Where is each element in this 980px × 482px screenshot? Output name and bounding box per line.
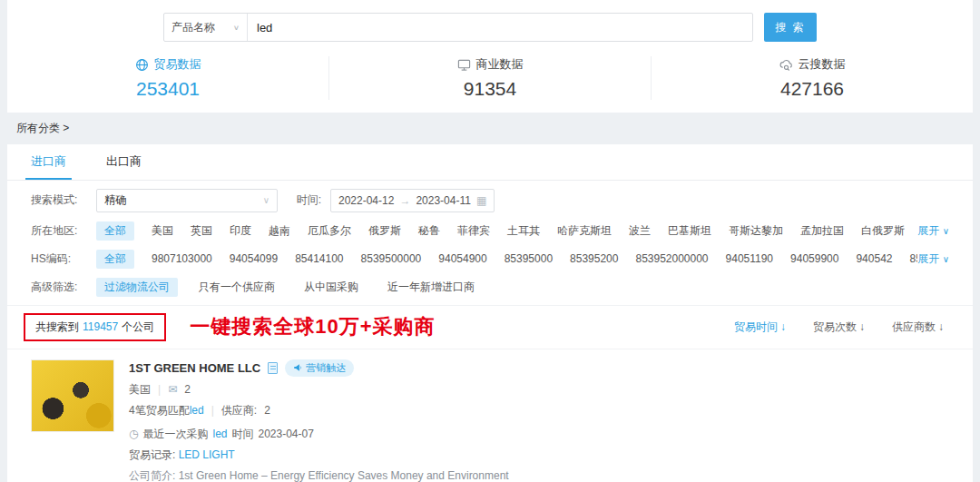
hscode-item[interactable]: 85414100 — [295, 252, 343, 265]
trade-match-count: 4笔贸易匹配 — [129, 404, 190, 417]
date-end: 2023-04-11 — [416, 194, 471, 207]
breadcrumb[interactable]: 所有分类 > — [0, 113, 980, 144]
arrow-down-icon: ↓ — [938, 320, 944, 333]
hscode-item[interactable]: 94054900 — [438, 252, 486, 265]
region-item[interactable]: 哥斯达黎加 — [729, 223, 783, 239]
globe-icon — [135, 58, 149, 72]
main-panel: 进口商 出口商 搜索模式: 精确 ∨ 时间: 2022-04-12 → 2023… — [7, 144, 973, 482]
hscode-item[interactable]: 8539500000 — [361, 252, 422, 265]
count-prefix: 共搜索到 — [35, 320, 79, 335]
company-name-link[interactable]: 1ST GREEN HOME LLC — [129, 361, 260, 375]
date-start: 2022-04-12 — [338, 194, 394, 207]
advanced-filter-item[interactable]: 从中国采购 — [296, 278, 367, 297]
promo-annotation: 一键搜索全球10万+采购商 — [190, 313, 435, 340]
arrow-down-icon: ↓ — [859, 320, 865, 333]
company-thumbnail[interactable] — [31, 359, 114, 432]
hscode-item[interactable]: 853952000000 — [635, 252, 708, 265]
company-country: 美国 — [129, 382, 151, 398]
region-item[interactable]: 巴基斯坦 — [668, 223, 711, 239]
cloud-search-icon — [779, 58, 793, 72]
filter-row-advanced: 高级筛选: 过滤物流公司只有一个供应商从中国采购近一年新增进口商 — [7, 273, 973, 305]
advanced-filter-item[interactable]: 只有一个供应商 — [191, 278, 283, 297]
hscode-item[interactable]: 85395200 — [570, 252, 618, 265]
region-item[interactable]: 美国 — [152, 223, 173, 239]
search-button[interactable]: 搜 索 — [764, 13, 817, 42]
date-range-picker[interactable]: 2022-04-12 → 2023-04-11 ▦ — [330, 189, 495, 212]
suppliers-label: 供应商: — [221, 403, 257, 418]
hscode-item[interactable]: 85399090 — [909, 252, 917, 265]
region-item[interactable]: 菲律宾 — [457, 223, 490, 239]
region-item[interactable]: 秘鲁 — [418, 223, 440, 239]
advanced-filter-item[interactable]: 过滤物流公司 — [96, 278, 178, 297]
stat-cloud-search-data[interactable]: 云搜数据 427166 — [651, 56, 973, 100]
email-icon: ✉ — [168, 383, 177, 396]
hscode-item[interactable]: 94059900 — [790, 252, 838, 265]
tab-exporters[interactable]: 出口商 — [106, 144, 142, 180]
last-purchase-keyword: led — [212, 428, 227, 440]
count-suffix: 个公司 — [122, 320, 154, 335]
stat-value: 427166 — [652, 78, 973, 100]
region-item[interactable]: 英国 — [191, 223, 212, 239]
hscode-item[interactable]: 940542 — [856, 252, 892, 265]
copy-icon[interactable] — [268, 362, 278, 374]
region-item[interactable]: 波兰 — [629, 223, 651, 239]
tab-importers[interactable]: 进口商 — [31, 144, 66, 180]
advanced-filter-item[interactable]: 近一年新增进口商 — [379, 278, 483, 297]
chevron-down-icon: ∨ — [263, 195, 270, 205]
tab-bar: 进口商 出口商 — [7, 144, 973, 181]
hscode-item[interactable]: 9807103000 — [152, 252, 212, 265]
hscode-item[interactable]: 94054099 — [230, 252, 278, 265]
stat-label: 贸易数据 — [154, 56, 201, 73]
filter-row-mode: 搜索模式: 精确 ∨ 时间: 2022-04-12 → 2023-04-11 ▦ — [7, 181, 973, 217]
region-list: 美国英国印度越南厄瓜多尔俄罗斯秘鲁菲律宾土耳其哈萨克斯坦波兰巴基斯坦哥斯达黎加孟… — [152, 223, 917, 239]
sort-option[interactable]: 供应商数↓ — [892, 320, 944, 335]
filter-row-hscode: HS编码: 全部 9807103000940540998541410085395… — [7, 245, 973, 273]
search-input[interactable] — [248, 21, 752, 34]
calendar-icon: ▦ — [476, 194, 486, 207]
results-count-box: 共搜索到 119457 个公司 — [24, 313, 166, 341]
advanced-label: 高级筛选: — [31, 280, 96, 295]
region-all-pill[interactable]: 全部 — [96, 221, 134, 241]
filter-row-region: 所在地区: 全部 美国英国印度越南厄瓜多尔俄罗斯秘鲁菲律宾土耳其哈萨克斯坦波兰巴… — [7, 217, 973, 245]
region-item[interactable]: 俄罗斯 — [368, 223, 401, 239]
region-expand-link[interactable]: 展开 ∨ — [917, 223, 949, 239]
sort-option[interactable]: 贸易次数↓ — [813, 320, 865, 335]
region-label: 所在地区: — [31, 223, 96, 239]
region-item[interactable]: 厄瓜多尔 — [308, 223, 351, 239]
region-item[interactable]: 印度 — [230, 223, 251, 239]
stat-label: 云搜数据 — [799, 56, 846, 73]
results-count: 119457 — [83, 320, 118, 333]
top-section: 产品名称 ∨ 搜 索 贸易数据 253401 商业数据 91354 云搜数据 — [7, 0, 973, 113]
stat-trade-data[interactable]: 贸易数据 253401 — [7, 56, 328, 100]
search-category-value: 产品名称 — [172, 20, 215, 35]
search-mode-select[interactable]: 精确 ∨ — [96, 189, 278, 212]
results-list: 1ST GREEN HOME LLC 营销触达 美国 | ✉ 2 4笔贸易匹配l… — [7, 349, 973, 482]
sort-option[interactable]: 贸易时间↓ — [734, 320, 786, 335]
trade-record-value[interactable]: LED LIGHT — [179, 448, 235, 461]
search-mode-label: 搜索模式: — [31, 192, 96, 208]
region-item[interactable]: 哈萨克斯坦 — [557, 223, 612, 239]
search-bar: 产品名称 ∨ 搜 索 — [7, 0, 973, 51]
search-mode-value: 精确 — [104, 192, 126, 208]
data-stats: 贸易数据 253401 商业数据 91354 云搜数据 427166 — [7, 51, 973, 113]
region-item[interactable]: 白俄罗斯 — [861, 223, 905, 239]
stat-business-data[interactable]: 商业数据 91354 — [328, 56, 651, 100]
chevron-down-icon: ∨ — [943, 226, 949, 236]
region-item[interactable]: 土耳其 — [507, 223, 540, 239]
email-count: 2 — [184, 383, 191, 396]
hscode-item[interactable]: 94051190 — [726, 252, 774, 265]
hscode-item[interactable]: 85395000 — [505, 252, 553, 265]
chevron-down-icon: ∨ — [943, 254, 949, 264]
search-category-select[interactable]: 产品名称 ∨ — [164, 14, 248, 41]
monitor-icon — [457, 58, 471, 72]
sort-options: 贸易时间↓贸易次数↓供应商数↓ — [734, 320, 956, 335]
region-item[interactable]: 越南 — [269, 223, 290, 239]
chevron-down-icon: ∨ — [233, 24, 240, 32]
region-item[interactable]: 孟加拉国 — [800, 223, 844, 239]
stat-label: 商业数据 — [476, 56, 524, 73]
clock-icon: ◷ — [129, 428, 138, 440]
hscode-all-pill[interactable]: 全部 — [96, 250, 134, 269]
hscode-expand-link[interactable]: 展开 ∨ — [917, 251, 949, 267]
marketing-reach-badge[interactable]: 营销触达 — [285, 359, 354, 377]
company-card: 1ST GREEN HOME LLC 营销触达 美国 | ✉ 2 4笔贸易匹配l… — [7, 349, 973, 482]
